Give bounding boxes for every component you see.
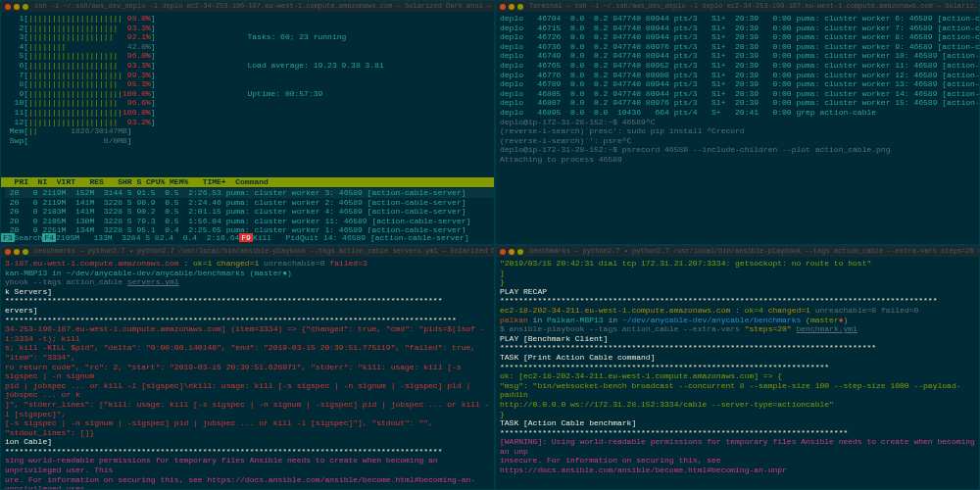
search-key[interactable]: F3 bbox=[1, 233, 15, 242]
window-controls[interactable] bbox=[500, 4, 523, 10]
summary-col: Tasks: 60; 23 running Load average: 19.2… bbox=[248, 14, 491, 145]
minimize-icon[interactable] bbox=[509, 4, 514, 10]
cpu-meter: 12[||||||||||||||||||| 93.2%] bbox=[5, 118, 248, 127]
process-row[interactable]: 20 0 2103M 141M 3228 S 90.2 0.5 2:01.15 … bbox=[5, 207, 494, 217]
pane-ansible-right: benchmarks — python2.7 ◂ python2.7 /usr/… bbox=[495, 245, 980, 490]
task-header: TASK [Print Action Cable command] ******… bbox=[500, 353, 975, 371]
task-output: 34-253-196-187.eu-west-1.compute.amazona… bbox=[5, 324, 490, 343]
ps-row: deplo 46789 0.0 0.2 947740 80944 pts/3 S… bbox=[500, 79, 975, 89]
pid-label: Pid bbox=[285, 233, 299, 242]
title-text: benchmarks — python2.7 ◂ python2.7 /usr/… bbox=[529, 247, 979, 255]
cpu-meter: 8[||||||||||||||||||| 95.3%] bbox=[5, 79, 248, 89]
window-controls[interactable] bbox=[5, 249, 28, 255]
kill-key[interactable]: F9 bbox=[239, 233, 253, 242]
tasks-line: Tasks: 60; 23 running bbox=[248, 32, 491, 42]
recap-line: ec2-18-202-34-211.eu-west-1.compute.amaz… bbox=[500, 306, 975, 316]
window-controls[interactable] bbox=[5, 4, 28, 10]
minimize-icon[interactable] bbox=[509, 249, 514, 255]
ps-row: deplo 46805 0.0 0.2 947740 80944 pts/3 S… bbox=[500, 89, 975, 99]
prompt-line[interactable]: Attaching to process 46589 bbox=[500, 155, 975, 165]
cpu-meter: 3[|||||||||||||||||| 92.1%] bbox=[5, 32, 248, 42]
prompt-line[interactable]: (reverse-i-search)`': psre^C bbox=[500, 136, 975, 146]
filter-key[interactable]: F4 bbox=[42, 233, 56, 242]
pane-ansible-left: benchmarks — python2.7 ◂ python2.7 /usr/… bbox=[0, 245, 495, 490]
process-row[interactable]: 20 0 2119M 141M 3228 S 90.9 0.5 2:24.46 … bbox=[5, 198, 494, 208]
prompt-line[interactable]: deplo@ip-172-31-28-152:~$ psrecord 46589… bbox=[500, 145, 975, 155]
close-icon[interactable] bbox=[5, 249, 11, 255]
htop-search-bar[interactable]: F3SearchF4210SM 133M 3284 S 82.4 0.4 2:1… bbox=[1, 233, 494, 243]
cpu-meter: 6[||||||||||||||||||| 93.3%] bbox=[5, 61, 248, 71]
prompt-line: kan-MBP13 in ~/dev/anycable-dev/anycable… bbox=[5, 269, 490, 278]
prompt-line[interactable]: (reverse-i-search)`presc': sudo pip inst… bbox=[500, 126, 975, 136]
ps-row: deplo 46749 0.0 0.2 947740 80944 pts/3 S… bbox=[500, 51, 975, 61]
bracket: } bbox=[500, 277, 975, 287]
task-output: ok: [ec2-18-202-34-211.eu-west-1.compute… bbox=[500, 371, 975, 381]
cpu-meter: 10[||||||||||||||||||| 96.6%] bbox=[5, 98, 248, 108]
ps-row: deplo 46776 0.0 0.2 947740 80980 pts/3 S… bbox=[500, 71, 975, 80]
window-controls[interactable] bbox=[500, 249, 523, 255]
recap-header: PLAY RECAP *****************************… bbox=[500, 287, 975, 306]
titlebar-bottom-left: benchmarks — python2.7 ◂ python2.7 /usr/… bbox=[1, 246, 494, 257]
task-output: pid | jobspec ... or kill -l [sigspec]\n… bbox=[5, 381, 490, 400]
ps-row: deplo 46704 0.0 0.2 947740 80944 pts/3 S… bbox=[500, 14, 975, 24]
cpu-meter: 11[||||||||||||||||||||100.0%] bbox=[5, 108, 248, 118]
load-line: Load average: 19.23 9.38 3.81 bbox=[248, 61, 491, 71]
search-label: Search bbox=[15, 233, 43, 242]
play-header: PLAY [Benchmark Client] ****************… bbox=[500, 334, 975, 353]
process-row[interactable]: 20 0 2105M 130M 3228 S 79.3 0.5 1:56.04 … bbox=[5, 217, 494, 226]
cpu-meters: 1[|||||||||||||||||||| 98.0%] 2[||||||||… bbox=[5, 14, 248, 145]
pane-htop: ssh -i ~/.ssh/aws_dev_deplo -l deplo ec2… bbox=[0, 0, 495, 245]
warning-line: sing world-readable permissions for temp… bbox=[5, 456, 490, 474]
error-line: "2019/03/15 20:42:31 dial tcp 172.31.21.… bbox=[500, 259, 975, 269]
zoom-icon[interactable] bbox=[517, 249, 523, 255]
prompt-line[interactable]: deplo@ip-172-31-28-152:~$ 46589^C bbox=[500, 118, 975, 127]
cpu-meter: 9[||||||||||||||||||||100.0%] bbox=[5, 89, 248, 99]
kill-label: Kill bbox=[253, 233, 271, 242]
minimize-icon[interactable] bbox=[14, 4, 20, 10]
ps-row: deplo 46895 0.0 0.0 10436 664 pts/4 S+ 2… bbox=[500, 108, 975, 118]
minimize-icon[interactable] bbox=[14, 249, 20, 255]
task-output: s; kill -KILL $pid", "delta": "0:00:00.1… bbox=[5, 343, 490, 362]
ps-output[interactable]: deplo 46704 0.0 0.2 947740 80944 pts/3 S… bbox=[496, 12, 979, 167]
uptime-line: Uptime: 00:57:39 bbox=[248, 89, 491, 99]
cpu-meter: 5[||||||||||||||||||| 96.0%] bbox=[5, 51, 248, 61]
close-icon[interactable] bbox=[500, 4, 506, 10]
pane-ps: Terminal — ssh -i ~/.ssh/aws_dev_deplo -… bbox=[495, 0, 980, 245]
task-output: ro return code", "rc": 2, "start": "2019… bbox=[5, 363, 490, 381]
zoom-icon[interactable] bbox=[23, 4, 28, 10]
ansible-output-left[interactable]: 3-187.eu-west-1.compute.amazonaws.com : … bbox=[1, 257, 494, 490]
cpu-meter: 1[|||||||||||||||||||| 98.0%] bbox=[5, 14, 248, 24]
warning-line: insecure. For information on securing th… bbox=[500, 456, 975, 474]
cpu-meter: 2[||||||||||||||||||| 93.3%] bbox=[5, 24, 248, 33]
ps-row: deplo 46715 0.0 0.2 947740 80944 pts/3 S… bbox=[500, 24, 975, 33]
ps-row: deplo 46807 0.0 0.2 947740 80976 pts/3 S… bbox=[500, 98, 975, 108]
process-header[interactable]: PRI NI VIRT RES SHR S CPU% MEM% TIME+ Co… bbox=[1, 177, 494, 187]
command-line[interactable]: $ ansible-playbook --tags action_cable -… bbox=[500, 324, 975, 334]
bracket: ] bbox=[500, 269, 975, 278]
task-output: [-s sigspec | -n signum | -sigspec] pid … bbox=[5, 418, 490, 437]
command-line[interactable]: ybook --tags action_cable servers.yml bbox=[5, 277, 490, 287]
ansible-output-right[interactable]: "2019/03/15 20:42:31 dial tcp 172.31.21.… bbox=[496, 257, 979, 477]
titlebar-top-right: Terminal — ssh -i ~/.ssh/aws_dev_deplo -… bbox=[496, 1, 979, 12]
task-output: ]", "stderr_lines": ["kill: usage: kill … bbox=[5, 400, 490, 418]
task-header: ion Cable] *****************************… bbox=[5, 437, 490, 456]
task-output: } bbox=[500, 410, 975, 419]
zoom-icon[interactable] bbox=[517, 4, 523, 10]
prompt-line: palkan in Palkan-MBP13 in ~/dev/anycable… bbox=[500, 316, 975, 325]
process-list[interactable]: 20 0 2119M 152M 3144 S 91.5 0.5 2:26.53 … bbox=[5, 188, 494, 235]
close-icon[interactable] bbox=[500, 249, 506, 255]
quit-label[interactable]: Quit bbox=[300, 233, 318, 242]
title-text: Terminal — ssh -i ~/.ssh/aws_dev_deplo -… bbox=[529, 2, 978, 10]
mem-meter: Mem[|| 1826/30147MB] bbox=[5, 126, 248, 136]
task-output: "msg": "bin/websocket-bench broadcast --… bbox=[500, 381, 975, 400]
warning-line: ure. For information on securing this, s… bbox=[5, 475, 490, 490]
close-icon[interactable] bbox=[5, 4, 11, 10]
warning-line: [WARNING]: Using world-readable permissi… bbox=[500, 437, 975, 456]
cpu-meter: 7[|||||||||||||||||||| 99.3%] bbox=[5, 71, 248, 80]
ps-row: deplo 46726 0.0 0.2 947740 80944 pts/3 S… bbox=[500, 32, 975, 42]
process-row[interactable]: 20 0 2119M 152M 3144 S 91.5 0.5 2:26.53 … bbox=[5, 188, 494, 198]
title-text: benchmarks — python2.7 ◂ python2.7 /usr/… bbox=[34, 247, 494, 255]
ps-row: deplo 46765 0.0 0.2 947740 80952 pts/3 S… bbox=[500, 61, 975, 71]
cpu-meter: 4[|||||||| 42.0%] bbox=[5, 42, 248, 52]
zoom-icon[interactable] bbox=[23, 249, 28, 255]
